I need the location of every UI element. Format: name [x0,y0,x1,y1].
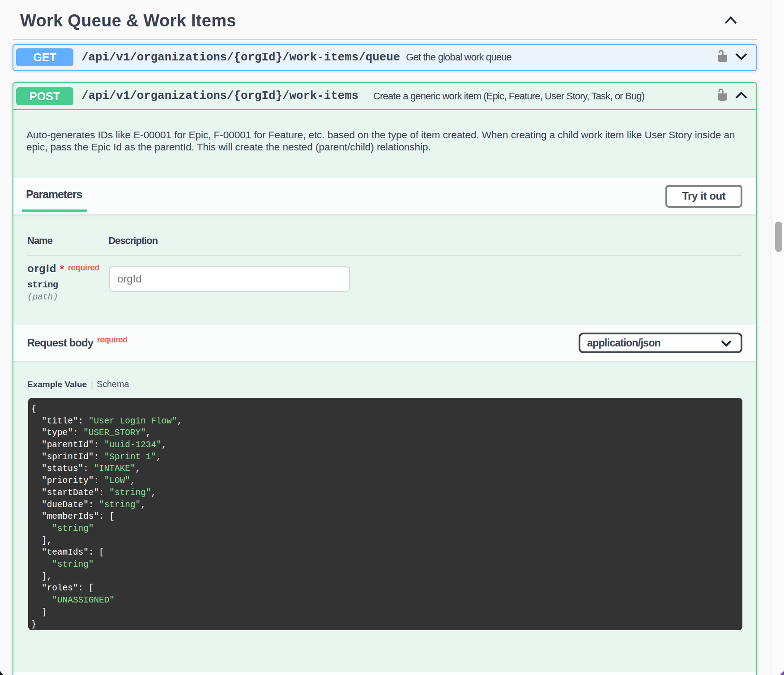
svg-text:application/json: application/json [587,337,660,349]
